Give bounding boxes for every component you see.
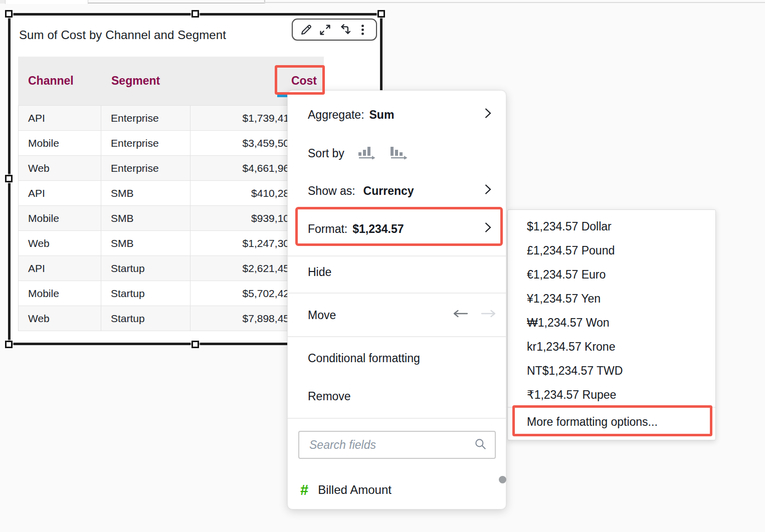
menu-separator	[288, 336, 506, 337]
maximize-icon[interactable]	[318, 23, 332, 37]
hide-label: Hide	[308, 265, 331, 279]
chevron-right-icon	[484, 107, 492, 122]
aggregate-value: Sum	[369, 108, 395, 122]
table-row: API Startup $2,621,45	[19, 255, 323, 281]
sort-by-label: Sort by	[308, 147, 344, 160]
move-label: Move	[308, 309, 336, 322]
resize-handle-bottom-center[interactable]	[192, 341, 199, 348]
column-header-channel[interactable]: Channel	[18, 74, 101, 88]
table-body: API Enterprise $1,739,41 Mobile Enterpri…	[18, 105, 324, 331]
menu-separator	[288, 418, 506, 419]
menu-item-remove[interactable]: Remove	[288, 384, 506, 408]
cell-segment[interactable]: SMB	[101, 231, 190, 255]
table-row: Web Startup $7,898,45	[19, 306, 323, 331]
remove-label: Remove	[308, 390, 351, 403]
conditional-formatting-label: Conditional formatting	[308, 352, 420, 365]
menu-item-conditional-formatting[interactable]: Conditional formatting	[288, 346, 506, 370]
show-as-label: Show as:	[308, 184, 355, 198]
cell-segment[interactable]: Enterprise	[101, 131, 190, 155]
table-row: Web Enterprise $4,661,96	[19, 155, 323, 180]
cell-channel[interactable]: Mobile	[19, 206, 101, 230]
resize-handle-middle-left[interactable]	[5, 175, 13, 182]
cell-segment[interactable]: Enterprise	[101, 156, 190, 180]
resize-handle-top-left[interactable]	[5, 10, 13, 18]
menu-item-sort-by: Sort by	[288, 141, 506, 165]
menu-scrollbar-thumb[interactable]	[499, 476, 506, 483]
tabbar-divider	[88, 3, 264, 4]
cell-segment[interactable]: Startup	[101, 256, 190, 281]
search-fields-input[interactable]	[299, 432, 495, 458]
column-header-segment[interactable]: Segment	[101, 74, 190, 88]
cell-channel[interactable]: Mobile	[19, 281, 101, 306]
menu-item-aggregate[interactable]: Aggregate: Sum	[288, 103, 506, 127]
kebab-menu-icon[interactable]	[355, 23, 369, 37]
cell-channel[interactable]: API	[19, 106, 101, 130]
menu-item-show-as[interactable]: Show as: Currency	[288, 179, 506, 203]
cell-channel[interactable]: API	[19, 181, 101, 205]
format-option-pound[interactable]: £1,234.57 Pound	[508, 238, 715, 262]
menu-separator	[288, 255, 506, 256]
search-icon	[474, 437, 487, 452]
table-row: API Enterprise $1,739,41	[19, 105, 323, 130]
move-left-arrow-icon[interactable]	[452, 308, 469, 323]
table-row: Mobile Enterprise $3,459,50	[19, 130, 323, 155]
format-option-twd[interactable]: NT$1,234.57 TWD	[508, 359, 715, 383]
browser-tab-strip	[0, 0, 765, 4]
sort-descending-icon[interactable]	[390, 144, 408, 162]
annotation-box-format-item	[295, 207, 503, 246]
visual-toolbar	[292, 19, 377, 41]
sort-ascending-icon[interactable]	[357, 144, 375, 162]
table-row: API SMB $410,28	[19, 180, 323, 205]
cell-segment[interactable]: Startup	[101, 281, 190, 306]
pivot-table: Channel Segment Cost API Enterprise $1,7…	[18, 57, 324, 331]
cell-channel[interactable]: Web	[19, 306, 101, 331]
format-option-yen[interactable]: ¥1,234.57 Yen	[508, 287, 715, 311]
cell-channel[interactable]: Web	[19, 156, 101, 180]
tabbar-divider-2	[264, 2, 765, 3]
chevron-right-icon	[484, 183, 492, 198]
show-as-value: Currency	[363, 184, 414, 198]
resize-handle-bottom-left[interactable]	[5, 341, 13, 348]
visual-title: Sum of Cost by Channel and Segment	[19, 28, 226, 42]
swap-axes-icon[interactable]	[337, 23, 351, 37]
table-row: Mobile SMB $939,10	[19, 205, 323, 230]
cell-channel[interactable]: Mobile	[19, 131, 101, 155]
numeric-hash-icon: #	[300, 483, 308, 497]
active-tab-edge[interactable]	[5, 0, 88, 4]
cell-segment[interactable]: SMB	[101, 181, 190, 205]
menu-item-hide[interactable]: Hide	[288, 260, 506, 284]
tab-stub	[0, 0, 5, 4]
move-right-arrow-icon-disabled	[480, 308, 497, 323]
format-option-rupee[interactable]: ₹1,234.57 Rupee	[508, 383, 715, 407]
analysis-canvas: Sum of Cost by Channel and Segment	[0, 0, 765, 532]
cell-channel[interactable]: API	[19, 256, 101, 281]
cell-segment[interactable]: SMB	[101, 206, 190, 230]
cell-segment[interactable]: Enterprise	[101, 106, 190, 130]
cell-segment[interactable]: Startup	[101, 306, 190, 331]
annotation-box-cost-header	[275, 65, 325, 95]
field-context-menu: Aggregate: Sum Sort by	[287, 90, 506, 509]
format-option-krone[interactable]: kr1,234.57 Krone	[508, 335, 715, 359]
menu-item-move: Move	[288, 303, 506, 327]
aggregate-label: Aggregate:	[308, 108, 364, 122]
table-row: Mobile Startup $5,702,42	[19, 281, 323, 306]
field-label: Billed Amount	[318, 483, 392, 497]
menu-separator	[288, 293, 506, 294]
table-row: Web SMB $1,247,30	[19, 230, 323, 255]
field-list-item-billed-amount[interactable]: # Billed Amount	[288, 478, 506, 502]
cell-channel[interactable]: Web	[19, 231, 101, 255]
format-option-euro[interactable]: €1,234.57 Euro	[508, 262, 715, 287]
resize-handle-top-right[interactable]	[377, 10, 385, 18]
resize-handle-top-center[interactable]	[192, 10, 199, 18]
edit-pencil-icon[interactable]	[299, 23, 313, 37]
format-option-dollar[interactable]: $1,234.57 Dollar	[508, 214, 715, 238]
format-option-won[interactable]: ₩1,234.57 Won	[508, 311, 715, 335]
annotation-box-more-formatting	[512, 405, 712, 436]
search-fields-box	[298, 431, 496, 459]
